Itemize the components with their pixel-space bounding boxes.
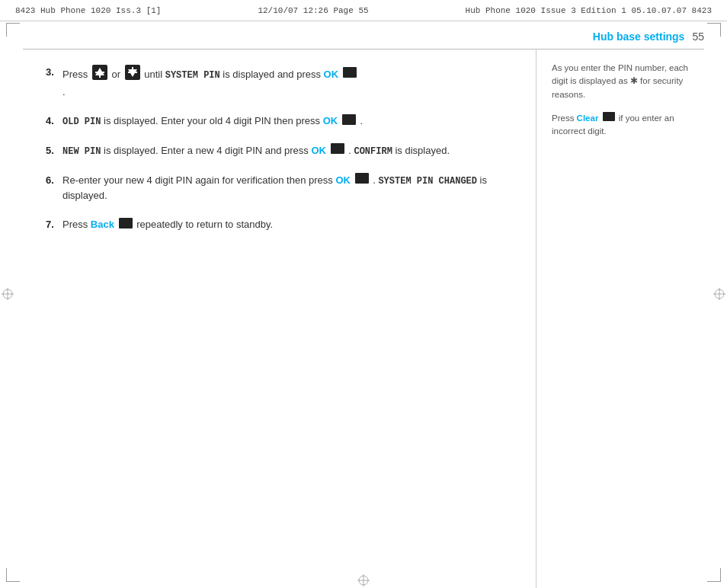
ok-label-4: OK [323,115,338,126]
svg-rect-22 [355,173,369,184]
back-label: Back [91,219,114,230]
step-number-3: 3. [46,65,62,100]
ok-btn-4 [342,114,356,129]
clear-label: Clear [577,113,599,123]
svg-rect-23 [119,218,133,228]
step-7: 7. Press Back repeatedly to return to st… [46,217,520,233]
sidebar-note-2-prefix: Press [552,113,577,123]
header-left: 8423 Hub Phone 1020 Iss.3 [1] [15,6,161,15]
header-right: Hub Phone 1020 Issue 3 Edition 1 05.10.0… [466,6,712,15]
main-layout: 3. Press or [23,49,704,588]
svg-rect-20 [342,114,356,125]
page-title-bar: Hub base settings 55 [0,21,727,49]
step-3: 3. Press or [46,65,520,100]
ok-label-5: OK [311,145,326,156]
left-column: 3. Press or [23,50,536,588]
new-pin-label: NEW PIN [62,146,101,157]
svg-rect-24 [603,112,615,121]
old-pin-label: OLD PIN [62,117,101,127]
sidebar-note-2: Press Clear if you enter an incorrect di… [552,112,689,139]
step-number-4: 4. [46,113,62,129]
svg-rect-19 [343,67,357,78]
step-content-5: NEW PIN is displayed. Enter a new 4 digi… [62,143,520,159]
page-number: 55 [692,30,704,43]
ok-btn-3 [343,67,357,82]
system-pin-label: SYSTEM PIN [165,70,220,81]
ok-label-3: OK [324,69,339,80]
step-number-7: 7. [46,217,62,233]
ok-label-6: OK [335,174,351,186]
confirm-label: CONFIRM [354,146,392,157]
header-center: 12/10/07 12:26 Page 55 [258,6,368,15]
step-content-7: Press Back repeatedly to return to stand… [62,217,520,233]
step-6: 6. Re-enter your new 4 digit PIN again f… [46,173,520,204]
step-4: 4. OLD PIN is displayed. Enter your old … [46,113,520,129]
nav-down-icon [125,65,140,85]
right-column: As you enter the PIN number, each digit … [536,50,704,588]
back-btn [119,218,133,233]
header-bar: 8423 Hub Phone 1020 Iss.3 [1] 12/10/07 1… [0,0,727,21]
system-pin-changed-label: SYSTEM PIN CHANGED [378,176,477,187]
step-content-3: Press or [62,65,520,100]
step-content-4: OLD PIN is displayed. Enter your old 4 d… [62,113,520,129]
step-content-6: Re-enter your new 4 digit PIN again for … [62,173,520,204]
step-5: 5. NEW PIN is displayed. Enter a new 4 d… [46,143,520,159]
nav-up-icon [92,65,107,85]
sidebar-note-1: As you enter the PIN number, each digit … [552,62,689,101]
step-number-5: 5. [46,143,62,159]
step-number-6: 6. [46,173,62,204]
ok-btn-6 [355,173,369,188]
svg-rect-21 [331,143,344,154]
ok-btn-5 [331,143,344,158]
page-content: Hub base settings 55 3. Press [0,21,727,588]
page-title: Hub base settings [593,30,685,43]
clear-btn-sidebar [603,112,615,125]
